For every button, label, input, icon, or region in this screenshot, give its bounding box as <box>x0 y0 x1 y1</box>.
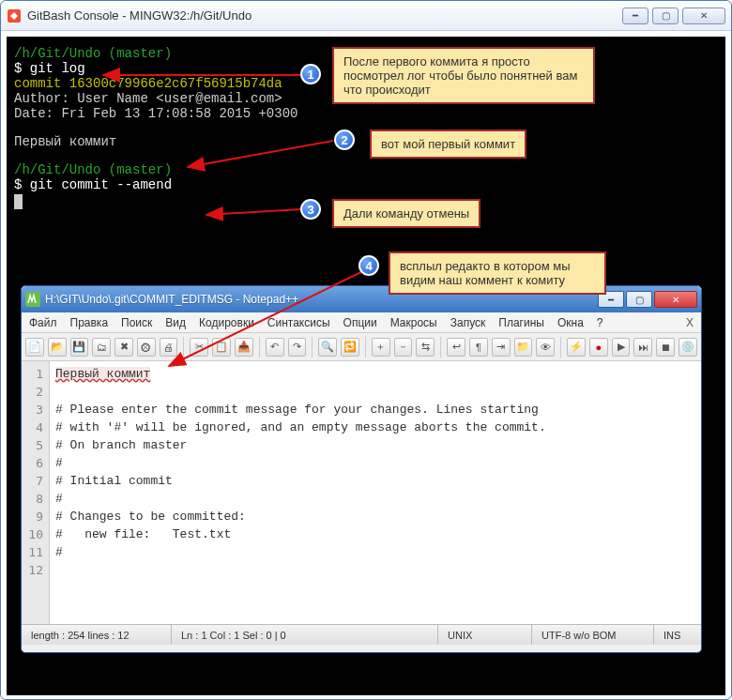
prompt-symbol: $ <box>14 61 30 76</box>
paste-icon[interactable]: 📥 <box>235 338 253 357</box>
menu-windows[interactable]: Окна <box>557 316 584 329</box>
zoomout-icon[interactable]: － <box>394 338 413 357</box>
menu-plugins[interactable]: Плагины <box>498 316 544 329</box>
replace-icon[interactable]: 🔁 <box>341 338 359 357</box>
menu-syntax[interactable]: Синтаксисы <box>267 316 330 329</box>
menu-file[interactable]: Файл <box>29 316 57 329</box>
undo-icon[interactable]: ↶ <box>266 338 284 357</box>
annotation-badge-2: 2 <box>334 129 355 150</box>
save-macro-icon[interactable]: 💿 <box>679 338 697 357</box>
annotation-badge-3: 3 <box>300 199 321 220</box>
command-git-amend: git commit --amend <box>30 177 172 192</box>
find-icon[interactable]: 🔍 <box>318 338 337 357</box>
maximize-button[interactable]: ▢ <box>652 8 679 24</box>
callout-1: После первого коммита я просто посмотрел… <box>332 47 595 104</box>
saveall-icon[interactable]: 🗂 <box>92 338 111 357</box>
save-icon[interactable]: 💾 <box>70 338 89 357</box>
status-encoding: UTF-8 w/o BOM <box>532 625 654 645</box>
folder-icon[interactable]: 📁 <box>514 338 533 357</box>
copy-icon[interactable]: 📋 <box>212 338 231 357</box>
annotation-badge-1: 1 <box>300 64 321 84</box>
prompt-path: /h/Git/Undo (master) <box>14 162 172 177</box>
menu-help[interactable]: ? <box>597 316 603 329</box>
sync-icon[interactable]: ⇆ <box>416 338 435 357</box>
status-eol: UNIX <box>438 625 532 645</box>
menu-run[interactable]: Запуск <box>450 316 486 329</box>
stop-icon[interactable]: ⏹ <box>656 338 675 357</box>
callout-2: вот мой первый коммит <box>370 129 526 159</box>
menu-encodings[interactable]: Кодировки <box>199 316 254 329</box>
editor-area[interactable]: 123456789101112 Первый коммит # Please e… <box>22 361 701 624</box>
maximize-button[interactable]: ▢ <box>626 291 652 308</box>
toolbar: 📄 📂 💾 🗂 ✖ ⮿ 🖨 ✂ 📋 📥 ↶ ↷ 🔍 🔁 ＋ － ⇆ ↩ ¶ ⇥ … <box>22 333 701 361</box>
menu-search[interactable]: Поиск <box>121 316 152 329</box>
play-icon[interactable]: ▶ <box>612 338 631 357</box>
playmulti-icon[interactable]: ⏭ <box>633 338 652 357</box>
notepadpp-title: H:\GIT\Undo\.git\COMMIT_EDITMSG - Notepa… <box>45 293 598 306</box>
status-mode: INS <box>654 625 701 645</box>
notepadpp-window: H:\GIT\Undo\.git\COMMIT_EDITMSG - Notepa… <box>21 285 702 653</box>
commit-message: Первый коммит <box>14 134 718 149</box>
menu-close-x[interactable]: X <box>686 316 694 329</box>
minimize-button[interactable]: ━ <box>622 8 648 24</box>
menu-options[interactable]: Опции <box>343 316 377 329</box>
status-pos: Ln : 1 Col : 1 Sel : 0 | 0 <box>172 625 438 645</box>
line-gutter: 123456789101112 <box>22 361 50 624</box>
window-buttons: ━ ▢ ✕ <box>622 8 725 24</box>
cursor <box>14 194 23 209</box>
gitbash-title: GitBash Console - MINGW32:/h/Git/Undo <box>27 8 622 23</box>
notepadpp-icon <box>25 292 40 307</box>
menu-bar: Файл Правка Поиск Вид Кодировки Синтакси… <box>22 312 701 333</box>
cut-icon[interactable]: ✂ <box>190 338 208 357</box>
commit-date: Date: Fri Feb 13 17:08:58 2015 +0300 <box>14 106 718 121</box>
closeall-icon[interactable]: ⮿ <box>137 338 156 357</box>
status-bar: length : 254 lines : 12 Ln : 1 Col : 1 S… <box>22 624 701 645</box>
monitor-icon[interactable]: 👁 <box>536 338 555 357</box>
status-length: length : 254 lines : 12 <box>22 625 172 645</box>
command-git-log: git log <box>30 61 85 76</box>
zoomin-icon[interactable]: ＋ <box>372 338 390 357</box>
wrap-icon[interactable]: ↩ <box>447 338 465 357</box>
code-editor[interactable]: Первый коммит # Please enter the commit … <box>50 361 701 624</box>
gitbash-titlebar[interactable]: GitBash Console - MINGW32:/h/Git/Undo ━ … <box>1 1 731 31</box>
menu-view[interactable]: Вид <box>165 316 186 329</box>
window-buttons: ━ ▢ ✕ <box>598 291 697 308</box>
record-icon[interactable]: ● <box>589 338 608 357</box>
menu-edit[interactable]: Правка <box>70 316 109 329</box>
close-icon[interactable]: ✖ <box>114 338 133 357</box>
run-icon[interactable]: ⚡ <box>567 338 586 357</box>
close-button[interactable]: ✕ <box>654 291 697 308</box>
menu-macros[interactable]: Макросы <box>390 316 437 329</box>
gitbash-icon <box>7 8 22 23</box>
annotation-badge-4: 4 <box>358 255 379 276</box>
prompt-symbol: $ <box>14 177 30 192</box>
callout-3: Дали команду отмены <box>332 199 480 228</box>
redo-icon[interactable]: ↷ <box>288 338 307 357</box>
callout-4: всплыл редакто в котором мы видим наш ко… <box>389 251 606 295</box>
invisible-icon[interactable]: ¶ <box>469 338 488 357</box>
new-icon[interactable]: 📄 <box>25 338 44 357</box>
commit-hash: commit 16300c79966e2c67f56915b74da <box>14 76 282 91</box>
close-button[interactable]: ✕ <box>682 8 725 24</box>
indent-icon[interactable]: ⇥ <box>492 338 511 357</box>
print-icon[interactable]: 🖨 <box>160 338 178 357</box>
prompt-path: /h/Git/Undo (master) <box>14 46 172 61</box>
open-icon[interactable]: 📂 <box>48 338 67 357</box>
